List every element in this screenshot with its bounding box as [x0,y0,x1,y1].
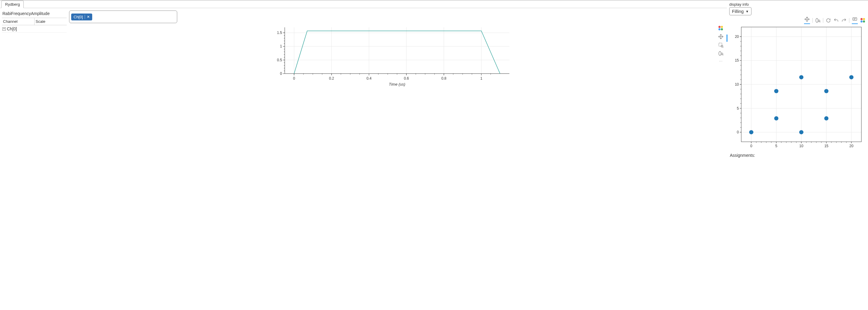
svg-text:0.5: 0.5 [277,58,282,62]
svg-text:15: 15 [825,144,829,148]
tree-item-label: Ch[0] [7,26,17,31]
bokeh-logo-icon [860,18,866,23]
reset-icon[interactable] [826,18,831,23]
sidebar: RabiFrequencyAmplitude Channel Scale + C… [0,8,67,90]
toolbar-separator [849,18,849,23]
svg-text:1: 1 [280,44,282,49]
svg-point-161 [824,89,828,93]
svg-text:0.8: 0.8 [441,76,446,81]
svg-text:0.6: 0.6 [404,76,409,81]
svg-line-72 [723,47,723,48]
svg-point-157 [774,89,778,93]
pan-icon[interactable] [718,34,723,39]
toolbar-separator [823,18,823,23]
svg-point-73 [719,51,721,56]
svg-point-156 [774,116,778,120]
tab-rydberg[interactable]: Rydberg [1,1,24,8]
svg-text:20: 20 [735,35,739,39]
svg-text:0: 0 [280,71,282,76]
more-tools-icon[interactable]: ··· [719,59,723,63]
col-head-channel[interactable]: Channel [2,18,35,25]
select-value: Filling [732,9,744,14]
svg-text:20: 20 [849,144,854,148]
svg-text:Time (us): Time (us) [389,82,405,87]
svg-point-77 [818,20,820,22]
svg-point-74 [721,53,723,55]
svg-point-162 [849,75,854,79]
svg-line-75 [723,55,723,55]
svg-text:1: 1 [480,76,483,81]
chart-toolbar: ··· [717,25,724,88]
chip-separator [85,15,85,19]
svg-point-158 [799,130,803,134]
tree-row[interactable]: + Ch[0] [2,25,67,33]
svg-text:10: 10 [735,82,739,87]
active-tool-indicator [726,35,727,42]
box-zoom-icon[interactable] [718,42,723,48]
svg-text:15: 15 [735,58,739,62]
active-underline [852,24,858,24]
svg-text:0: 0 [750,144,752,148]
toolbar-separator [812,18,813,23]
svg-text:0: 0 [293,76,295,81]
bokeh-logo-icon [718,26,723,31]
col-headers: Channel Scale [2,18,67,25]
expand-icon[interactable]: + [2,27,6,31]
content-row: RabiFrequencyAmplitude Channel Scale + C… [0,8,727,90]
redo-icon[interactable] [841,18,847,23]
active-underline [804,24,810,24]
line-chart[interactable]: 00.511.500.20.40.60.81Time (us) [69,25,715,88]
chip-remove-icon[interactable]: ✕ [87,15,90,19]
section-title: RabiFrequencyAmplitude [2,10,67,18]
col-head-scale[interactable]: Scale [35,18,67,25]
display-info-label: display info [729,1,866,7]
assignments-label: Assignments: [729,152,866,158]
channel-chip[interactable]: Ch[0] ✕ [71,13,92,21]
scatter-toolbar [729,15,866,25]
svg-rect-70 [719,43,722,46]
plot-area: Ch[0] ✕ 00.511.500.20.40.60.81Time (us) [67,8,727,90]
svg-text:5: 5 [775,144,777,148]
chevron-down-icon: ▼ [745,10,749,13]
channel-chip-input[interactable]: Ch[0] ✕ [69,10,177,23]
wheel-zoom-icon[interactable] [718,51,723,56]
tab-strip: Rydberg [0,0,727,8]
svg-text:5: 5 [737,106,739,111]
wheel-zoom-icon[interactable] [815,18,820,23]
svg-rect-79 [853,18,857,21]
app-root: Rydberg RabiFrequencyAmplitude Channel S… [0,0,868,160]
svg-point-155 [749,130,753,134]
svg-line-78 [819,21,820,22]
chip-label: Ch[0] [73,15,83,19]
svg-text:0.4: 0.4 [366,76,372,81]
line-chart-wrap: 00.511.500.20.40.60.81Time (us) ··· [69,25,724,88]
scatter-chart[interactable]: 0510152005101520 [729,25,864,151]
svg-text:0.2: 0.2 [329,76,334,81]
svg-text:1.5: 1.5 [277,31,282,35]
svg-point-160 [824,116,828,120]
svg-text:10: 10 [799,144,803,148]
undo-icon[interactable] [833,18,839,23]
left-pane: Rydberg RabiFrequencyAmplitude Channel S… [0,0,727,160]
hover-icon[interactable] [852,17,858,22]
svg-point-76 [816,18,818,23]
display-info-select[interactable]: Filling ▼ [729,7,751,15]
right-pane: display info Filling ▼ [727,0,868,160]
svg-text:0: 0 [737,130,739,134]
svg-point-159 [799,75,803,79]
pan-icon[interactable] [804,17,810,22]
